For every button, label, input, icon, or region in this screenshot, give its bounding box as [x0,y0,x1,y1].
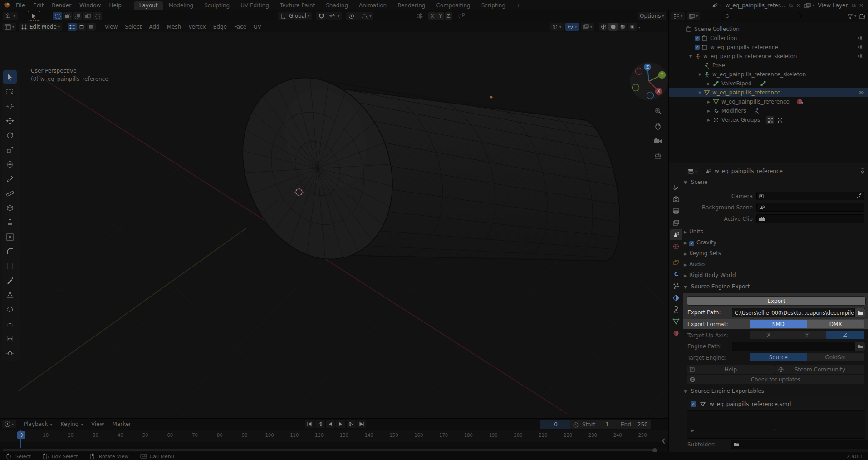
remove-view-layer-icon[interactable]: ✕ [859,2,863,9]
export-path-field[interactable]: C:\Users\ellie_000\Deskto...eapons\decom… [732,308,859,317]
timeline-menu-marker[interactable]: Marker [108,421,135,427]
select-box-tool-button[interactable] [3,85,17,98]
edge-select-button[interactable] [77,23,86,31]
section-units[interactable]: ▶Units⠿ [684,228,703,235]
material-shading-button[interactable] [618,23,627,31]
subfolder-field[interactable] [731,440,868,449]
poly-build-tool-button[interactable] [3,288,17,302]
material-tab[interactable] [670,328,682,339]
topbar-menu-file[interactable]: File [12,2,29,9]
tool-tab[interactable] [670,182,682,193]
timeline-track-area[interactable] [0,442,668,448]
workspace-tab-uv-editing[interactable]: UV Editing [235,1,274,10]
modifiers-tab[interactable] [670,269,682,280]
start-value[interactable]: 1 [605,421,609,428]
ortho-toggle-icon[interactable] [652,150,664,162]
hide-eye-icon[interactable] [858,35,864,41]
unlink-scene-icon[interactable]: ✕ [796,2,801,9]
snap-individual-icon[interactable] [457,12,466,20]
current-frame-field[interactable]: 0 [540,420,572,429]
viewport-3d[interactable]: User Perspective (0) w_eq_painpills_refe… [0,32,668,418]
camera-view-icon[interactable] [652,135,664,147]
disclosure-right-icon[interactable]: ▶ [707,118,713,122]
editor-type-dropdown[interactable]: ▾ [671,12,685,20]
outliner-row-6[interactable]: ▶ValveBiped [669,79,868,88]
eyedropper-icon[interactable] [856,193,862,198]
section-gravity[interactable]: ▶✓Gravity⠿ [684,239,716,246]
workspace-tab-shading[interactable]: Shading [321,1,353,10]
engine-source[interactable]: Source [750,353,807,361]
format-smd[interactable]: SMD [750,320,807,328]
physics-tab[interactable] [670,292,682,303]
select-intersect-button[interactable] [93,12,102,20]
mode-dropdown[interactable]: Edit Mode ▾ [19,23,62,31]
workspace-tab-texture-paint[interactable]: Texture Paint [275,1,320,10]
snap-target-dropdown[interactable]: ▾ [327,12,342,20]
viewport-menu-edge[interactable]: Edge [210,24,230,30]
disclosure-right-icon[interactable]: ▶ [707,100,713,104]
filter-dropdown[interactable]: ▾ [847,14,856,19]
playhead-line[interactable] [20,430,21,448]
outliner-row-2[interactable]: ✓w_eq_painpills_reference [669,43,868,52]
cursor-tool-button[interactable] [3,99,17,113]
play-reverse-button[interactable] [326,420,335,428]
disclosure-right-icon[interactable]: ▶ [707,82,713,86]
playhead-chip[interactable]: 0 [17,431,25,439]
new-view-layer-icon[interactable]: ⧉ [852,2,856,9]
engine-path-field[interactable] [732,342,855,351]
world-tab[interactable] [670,241,682,252]
viewport-menu-face[interactable]: Face [230,24,250,30]
outliner-search-input[interactable] [722,12,801,20]
proportional-editing-toggle[interactable] [346,12,359,20]
outliner-row-5[interactable]: ▼w_eq_painpills_reference_skeleton [669,70,868,79]
collapse-chevron-icon[interactable]: ❮ [662,438,666,444]
select-invert-button[interactable] [83,12,92,20]
tweak-tool-button[interactable] [3,70,17,84]
camera-field[interactable] [756,192,864,200]
extrude-tool-button[interactable] [3,216,17,229]
exportables-section-header[interactable]: ▼ Source Engine Exportables ⠿ [684,388,764,394]
vertex-select-button[interactable] [68,23,77,31]
view-layer-selector[interactable]: ▾ View Layer ⧉ ✕ [804,2,863,9]
scale-tool-button[interactable] [3,143,17,156]
edge-slide-tool-button[interactable] [3,332,17,345]
knife-tool-button[interactable] [3,274,17,287]
outliner-row-3[interactable]: ▼w_eq_painpills_reference_skeleton [669,52,868,61]
resize-grip[interactable]: ⁙⁙ [773,427,780,432]
bevel-tool-button[interactable] [3,245,17,258]
disclosure-down-icon[interactable]: ▼ [698,91,704,95]
source-engine-export-header[interactable]: ▼ Source Engine Export ⠿ [684,283,750,290]
wireframe-shading-button[interactable] [599,23,608,31]
annotate-tool-button[interactable] [3,172,17,185]
hide-eye-icon[interactable] [858,44,864,50]
timeline-ruler[interactable]: 0102030405060708090100110120130140150160… [0,430,668,442]
output-tab[interactable] [670,206,682,217]
viewport-menu-select[interactable]: Select [121,24,145,30]
workspace-tab-modeling[interactable]: Modeling [164,1,199,10]
tweak-tool-button[interactable] [28,11,40,21]
add-workspace-button[interactable]: + [511,1,526,10]
new-scene-icon[interactable]: ⧉ [789,2,793,9]
export-path-browse-button[interactable] [854,308,865,317]
object-tab[interactable] [670,257,682,268]
add-cube-tool-button[interactable] [3,201,17,214]
collection-checkbox[interactable]: ✓ [695,45,700,50]
end-value[interactable]: 250 [638,421,648,428]
shrink-fatten-tool-button[interactable] [3,346,17,360]
scene-section-header[interactable]: ▼ Scene ⠿ [684,179,707,185]
face-select-button[interactable] [87,23,96,31]
jump-to-end-button[interactable] [357,420,366,428]
outliner-row-0[interactable]: Scene Collection [669,25,868,34]
scene-selector[interactable]: ▾ w_eq_painpills_refer... ⧉ ✕ [711,2,800,9]
active-tool-dropdown[interactable]: ▾ [3,12,18,20]
axis-x[interactable]: X [750,331,788,339]
editor-type-dropdown[interactable]: ▾ [2,23,16,31]
smooth-tool-button[interactable] [3,317,17,331]
topbar-menu-edit[interactable]: Edit [29,2,48,9]
topbar-menu-render[interactable]: Render [48,2,75,9]
show-overlays-dropdown[interactable]: ▾ [565,23,579,31]
show-gizmo-dropdown[interactable]: ▾ [550,23,564,31]
collection-checkbox[interactable]: ✓ [695,36,700,41]
particles-tab[interactable] [670,281,682,292]
topbar-menu-window[interactable]: Window [75,2,105,9]
